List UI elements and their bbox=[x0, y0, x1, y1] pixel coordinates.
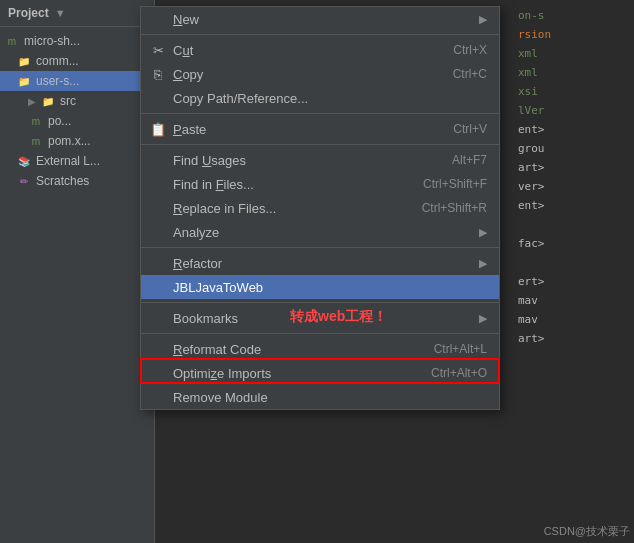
tree-item-comm[interactable]: 📁 comm... bbox=[0, 51, 154, 71]
menu-item-copy[interactable]: ⎘ Copy Ctrl+C bbox=[141, 62, 499, 86]
project-tree: m micro-sh... 📁 comm... 📁 user-s... ▶ 📁 … bbox=[0, 27, 154, 195]
menu-item-find-usages-label: Find Usages bbox=[173, 153, 428, 168]
separator-4 bbox=[141, 247, 499, 248]
menu-item-analyze-arrow: ▶ bbox=[479, 226, 487, 239]
menu-item-analyze[interactable]: Analyze ▶ bbox=[141, 220, 499, 244]
menu-item-find-in-files-label: Find in Files... bbox=[173, 177, 399, 192]
menu-item-jbl[interactable]: JBLJavaToWeb bbox=[141, 275, 499, 299]
menu-item-cut-label: Cut bbox=[173, 43, 429, 58]
menu-item-replace-in-files-label: Replace in Files... bbox=[173, 201, 398, 216]
separator-5 bbox=[141, 302, 499, 303]
separator-2 bbox=[141, 113, 499, 114]
menu-item-remove-module-label: Remove Module bbox=[173, 390, 487, 405]
menu-item-find-usages-shortcut: Alt+F7 bbox=[452, 153, 487, 167]
menu-item-paste-shortcut: Ctrl+V bbox=[453, 122, 487, 136]
tree-item-user[interactable]: 📁 user-s... bbox=[0, 71, 154, 91]
menu-item-copy-shortcut: Ctrl+C bbox=[453, 67, 487, 81]
module-icon: m bbox=[4, 33, 20, 49]
menu-item-cut[interactable]: ✂ Cut Ctrl+X bbox=[141, 38, 499, 62]
tree-item-label: src bbox=[60, 94, 76, 108]
menu-item-cut-shortcut: Ctrl+X bbox=[453, 43, 487, 57]
tree-item-label: pom.x... bbox=[48, 134, 91, 148]
folder-icon: 📁 bbox=[16, 73, 32, 89]
menu-item-bookmarks-arrow: ▶ bbox=[479, 312, 487, 325]
menu-item-new-arrow: ▶ bbox=[479, 13, 487, 26]
tree-item-pomxml[interactable]: m pom.x... bbox=[0, 131, 154, 151]
menu-item-find-in-files-shortcut: Ctrl+Shift+F bbox=[423, 177, 487, 191]
tree-item-micro[interactable]: m micro-sh... bbox=[0, 31, 154, 51]
menu-item-find-in-files[interactable]: Find in Files... Ctrl+Shift+F bbox=[141, 172, 499, 196]
separator-3 bbox=[141, 144, 499, 145]
tree-item-label: Scratches bbox=[36, 174, 89, 188]
separator-6 bbox=[141, 333, 499, 334]
menu-item-reformat-label: Reformat Code bbox=[173, 342, 410, 357]
tree-item-po[interactable]: m po... bbox=[0, 111, 154, 131]
menu-item-remove-module[interactable]: Remove Module bbox=[141, 385, 499, 409]
context-menu: New ▶ ✂ Cut Ctrl+X ⎘ Copy Ctrl+C Copy Pa… bbox=[140, 6, 500, 410]
tree-item-label: po... bbox=[48, 114, 71, 128]
menu-item-copy-path[interactable]: Copy Path/Reference... bbox=[141, 86, 499, 110]
menu-item-new-label: New bbox=[173, 12, 471, 27]
menu-item-analyze-label: Analyze bbox=[173, 225, 471, 240]
menu-item-reformat[interactable]: Reformat Code Ctrl+Alt+L bbox=[141, 337, 499, 361]
menu-item-refactor-label: Refactor bbox=[173, 256, 471, 271]
project-panel-title: Project bbox=[8, 6, 49, 20]
folder-icon-src: 📁 bbox=[40, 93, 56, 109]
menu-item-reformat-shortcut: Ctrl+Alt+L bbox=[434, 342, 487, 356]
menu-item-jbl-label: JBLJavaToWeb bbox=[173, 280, 487, 295]
menu-item-copy-path-label: Copy Path/Reference... bbox=[173, 91, 487, 106]
scratch-icon: ✏ bbox=[16, 173, 32, 189]
tree-item-scratches[interactable]: ✏ Scratches bbox=[0, 171, 154, 191]
module-icon-pom: m bbox=[28, 133, 44, 149]
menu-item-optimize-shortcut: Ctrl+Alt+O bbox=[431, 366, 487, 380]
annotation-text: 转成web工程！ bbox=[290, 308, 387, 326]
tree-item-src[interactable]: ▶ 📁 src bbox=[0, 91, 154, 111]
project-panel-header: Project ▼ bbox=[0, 0, 154, 27]
menu-item-refactor-arrow: ▶ bbox=[479, 257, 487, 270]
tree-item-label: comm... bbox=[36, 54, 79, 68]
menu-item-copy-label: Copy bbox=[173, 67, 429, 82]
menu-item-paste-label: Paste bbox=[173, 122, 429, 137]
cut-icon: ✂ bbox=[149, 43, 167, 58]
code-text-area: on-s rsion xml xml xsi lVer ent> grou ar… bbox=[514, 0, 634, 543]
watermark: CSDN@技术栗子 bbox=[544, 524, 630, 539]
menu-item-new[interactable]: New ▶ bbox=[141, 7, 499, 31]
project-panel: Project ▼ m micro-sh... 📁 comm... 📁 user… bbox=[0, 0, 155, 543]
menu-item-replace-in-files-shortcut: Ctrl+Shift+R bbox=[422, 201, 487, 215]
folder-icon: 📁 bbox=[16, 53, 32, 69]
menu-item-paste[interactable]: 📋 Paste Ctrl+V bbox=[141, 117, 499, 141]
menu-item-optimize[interactable]: Optimize Imports Ctrl+Alt+O bbox=[141, 361, 499, 385]
menu-item-replace-in-files[interactable]: Replace in Files... Ctrl+Shift+R bbox=[141, 196, 499, 220]
module-icon-po: m bbox=[28, 113, 44, 129]
paste-icon: 📋 bbox=[149, 122, 167, 137]
ext-icon: 📚 bbox=[16, 153, 32, 169]
tree-item-label: user-s... bbox=[36, 74, 79, 88]
separator-1 bbox=[141, 34, 499, 35]
tree-item-label: External L... bbox=[36, 154, 100, 168]
copy-icon: ⎘ bbox=[149, 67, 167, 82]
menu-item-refactor[interactable]: Refactor ▶ bbox=[141, 251, 499, 275]
tree-item-external[interactable]: 📚 External L... bbox=[0, 151, 154, 171]
tree-item-label: micro-sh... bbox=[24, 34, 80, 48]
menu-item-find-usages[interactable]: Find Usages Alt+F7 bbox=[141, 148, 499, 172]
menu-item-optimize-label: Optimize Imports bbox=[173, 366, 407, 381]
